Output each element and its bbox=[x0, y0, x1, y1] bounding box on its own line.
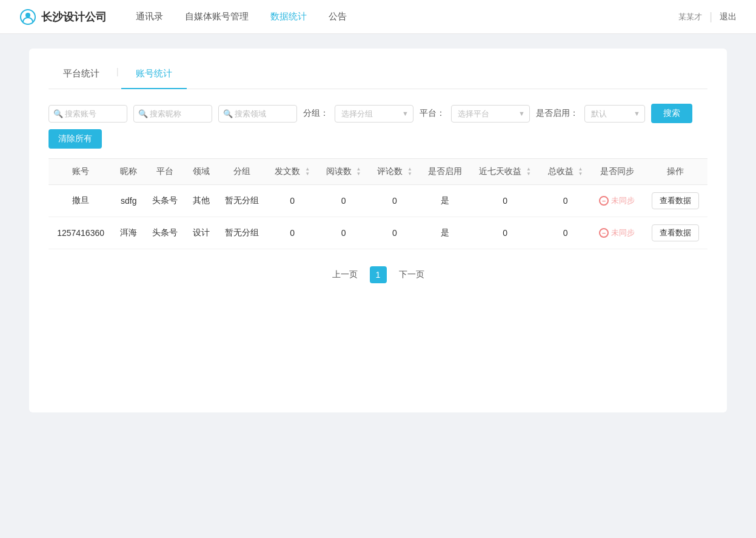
group-select[interactable]: 选择分组 bbox=[335, 105, 413, 123]
svg-point-1 bbox=[25, 13, 30, 18]
col-nickname: 昵称 bbox=[113, 159, 144, 185]
card: 平台统计 | 账号统计 🔍 🔍 🔍 分组： 选择分组 bbox=[29, 49, 727, 412]
nav-divider: | bbox=[709, 10, 712, 23]
brand: 长沙设计公司 bbox=[19, 8, 107, 25]
tabs: 平台统计 | 账号统计 bbox=[49, 63, 707, 89]
page-1-btn[interactable]: 1 bbox=[370, 266, 387, 283]
nav-statistics[interactable]: 数据统计 bbox=[270, 11, 307, 22]
cell-total-earnings: 0 bbox=[540, 185, 590, 217]
cell-reads: 0 bbox=[318, 185, 369, 217]
cell-action: 查看数据 bbox=[643, 185, 707, 217]
search-nickname-wrap: 🔍 bbox=[133, 105, 212, 123]
table-row: 1257416360 洱海 头条号 设计 暂无分组 0 0 0 是 0 0 – … bbox=[49, 217, 707, 249]
col-action: 操作 bbox=[643, 159, 707, 185]
total-sort-icon[interactable]: ▲▼ bbox=[578, 167, 583, 178]
cell-platform: 头条号 bbox=[144, 217, 185, 249]
nav-announcement[interactable]: 公告 bbox=[329, 11, 347, 22]
col-account: 账号 bbox=[49, 159, 113, 185]
prev-page-btn[interactable]: 上一页 bbox=[327, 267, 363, 283]
cell-enabled: 是 bbox=[420, 185, 470, 217]
not-synced-icon: – bbox=[599, 228, 609, 238]
tab-platform-stats[interactable]: 平台统计 bbox=[49, 63, 114, 89]
main-content: 平台统计 | 账号统计 🔍 🔍 🔍 分组： 选择分组 bbox=[0, 34, 756, 427]
platform-label: 平台： bbox=[420, 108, 445, 119]
cell-enabled: 是 bbox=[420, 217, 470, 249]
platform-select[interactable]: 选择平台 bbox=[451, 105, 530, 123]
col-total-earnings: 总收益 ▲▼ bbox=[540, 159, 590, 185]
search-nickname-icon: 🔍 bbox=[138, 109, 148, 118]
cell-account: 1257416360 bbox=[49, 217, 113, 249]
posts-sort-icon[interactable]: ▲▼ bbox=[305, 167, 310, 178]
nav-contacts[interactable]: 通讯录 bbox=[136, 11, 163, 22]
filters: 🔍 🔍 🔍 分组： 选择分组 ▼ 平台： 选择平台 bbox=[49, 104, 707, 149]
cell-domain: 其他 bbox=[185, 185, 216, 217]
col-enabled: 是否启用 bbox=[420, 159, 470, 185]
search-domain-icon: 🔍 bbox=[223, 109, 233, 118]
col-week-earnings: 近七天收益 ▲▼ bbox=[470, 159, 540, 185]
cell-platform: 头条号 bbox=[144, 185, 185, 217]
tab-divider: | bbox=[116, 67, 119, 85]
pagination: 上一页 1 下一页 bbox=[49, 266, 707, 283]
brand-name: 长沙设计公司 bbox=[41, 10, 107, 24]
col-domain: 领域 bbox=[185, 159, 216, 185]
table-row: 撒旦 sdfg 头条号 其他 暂无分组 0 0 0 是 0 0 – 未同步 查看… bbox=[49, 185, 707, 217]
platform-select-wrap: 选择平台 ▼ bbox=[451, 105, 530, 123]
search-account-wrap: 🔍 bbox=[49, 105, 127, 123]
enabled-label: 是否启用： bbox=[536, 108, 578, 119]
sync-status-text: 未同步 bbox=[611, 227, 635, 238]
view-data-button[interactable]: 查看数据 bbox=[652, 224, 699, 241]
search-domain-wrap: 🔍 bbox=[218, 105, 297, 123]
col-group: 分组 bbox=[217, 159, 267, 185]
brand-icon bbox=[19, 8, 36, 25]
clear-button[interactable]: 清除所有 bbox=[49, 129, 102, 149]
group-label: 分组： bbox=[303, 108, 329, 119]
week-sort-icon[interactable]: ▲▼ bbox=[526, 167, 531, 178]
enabled-select[interactable]: 默认 bbox=[584, 105, 645, 123]
not-synced-icon: – bbox=[599, 196, 609, 206]
tab-account-stats[interactable]: 账号统计 bbox=[121, 63, 187, 89]
col-comments: 评论数 ▲▼ bbox=[369, 159, 420, 185]
nav-links: 通讯录 自媒体账号管理 数据统计 公告 bbox=[136, 11, 678, 22]
nav-logout[interactable]: 退出 bbox=[720, 12, 737, 22]
cell-week-earnings: 0 bbox=[470, 217, 540, 249]
nav-username: 某某才 bbox=[678, 12, 702, 22]
next-page-btn[interactable]: 下一页 bbox=[394, 267, 429, 283]
cell-synced: – 未同步 bbox=[591, 185, 643, 217]
cell-posts: 0 bbox=[267, 217, 318, 249]
cell-group: 暂无分组 bbox=[217, 217, 267, 249]
view-data-button[interactable]: 查看数据 bbox=[652, 192, 699, 209]
enabled-select-wrap: 默认 ▼ bbox=[584, 105, 645, 123]
cell-account: 撒旦 bbox=[49, 185, 113, 217]
cell-synced: – 未同步 bbox=[591, 217, 643, 249]
reads-sort-icon[interactable]: ▲▼ bbox=[356, 167, 361, 178]
cell-action: 查看数据 bbox=[643, 217, 707, 249]
search-button[interactable]: 搜索 bbox=[651, 104, 692, 123]
cell-reads: 0 bbox=[318, 217, 369, 249]
nav-right: 某某才 | 退出 bbox=[678, 10, 737, 23]
cell-week-earnings: 0 bbox=[470, 185, 540, 217]
search-account-icon: 🔍 bbox=[53, 109, 63, 118]
cell-nickname: 洱海 bbox=[113, 217, 144, 249]
cell-group: 暂无分组 bbox=[217, 185, 267, 217]
cell-domain: 设计 bbox=[185, 217, 216, 249]
comments-sort-icon[interactable]: ▲▼ bbox=[407, 167, 412, 178]
col-reads: 阅读数 ▲▼ bbox=[318, 159, 369, 185]
group-select-wrap: 选择分组 ▼ bbox=[335, 105, 413, 123]
col-synced: 是否同步 bbox=[591, 159, 643, 185]
sync-status-text: 未同步 bbox=[611, 195, 635, 206]
cell-total-earnings: 0 bbox=[540, 217, 590, 249]
cell-comments: 0 bbox=[369, 217, 420, 249]
cell-posts: 0 bbox=[267, 185, 318, 217]
col-platform: 平台 bbox=[144, 159, 185, 185]
col-posts: 发文数 ▲▼ bbox=[267, 159, 318, 185]
cell-comments: 0 bbox=[369, 185, 420, 217]
cell-nickname: sdfg bbox=[113, 185, 144, 217]
nav-accounts[interactable]: 自媒体账号管理 bbox=[185, 11, 249, 22]
navbar: 长沙设计公司 通讯录 自媒体账号管理 数据统计 公告 某某才 | 退出 bbox=[0, 0, 756, 34]
data-table: 账号 昵称 平台 领域 分组 发文数 ▲▼ 阅读数 ▲▼ 评论数 bbox=[49, 158, 707, 249]
